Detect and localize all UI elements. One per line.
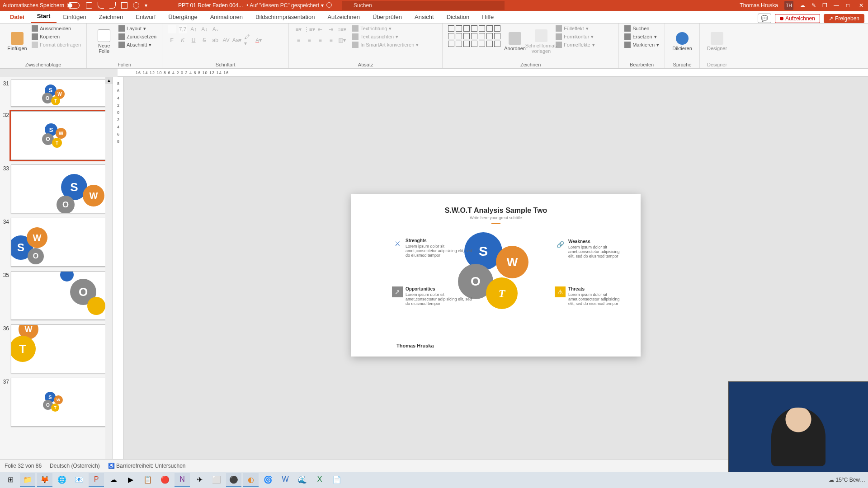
- strike-button[interactable]: S̶: [200, 36, 208, 44]
- slide-thumbnail[interactable]: 36 W T: [1, 324, 110, 373]
- strengths-text[interactable]: ⚔StrenghtsLorem ipsum dolor sit amet,con…: [406, 238, 473, 258]
- arrange-button[interactable]: Anordnen: [503, 25, 527, 58]
- tab-praesentation[interactable]: Bildschirmpräsentation: [249, 11, 321, 23]
- tab-dictation[interactable]: Dictation: [440, 11, 476, 23]
- tab-uebergaenge[interactable]: Übergänge: [162, 11, 203, 23]
- section-button[interactable]: Abschnitt ▾: [118, 42, 156, 48]
- threats-text[interactable]: ⚠ThreatsLorem ipsum dolor sit amet,conse…: [568, 286, 627, 306]
- new-slide-button[interactable]: Neue Folie: [92, 25, 116, 58]
- highlight-button[interactable]: 🖍▾: [244, 36, 252, 44]
- reset-button[interactable]: Zurücksetzen: [118, 33, 156, 40]
- accessibility-status[interactable]: ♿ Barrierefreiheit: Untersuchen: [108, 463, 186, 469]
- taskbar-app2[interactable]: 📋: [140, 473, 156, 487]
- autosave-toggle[interactable]: [67, 2, 80, 9]
- slide-author[interactable]: Thomas Hruska: [396, 343, 434, 348]
- shapes-gallery[interactable]: [448, 25, 500, 47]
- paste-button[interactable]: Einfügen: [5, 25, 29, 58]
- spacing-button[interactable]: AV: [222, 36, 230, 44]
- taskbar-outlook[interactable]: 📧: [71, 473, 87, 487]
- scroll-up-icon[interactable]: ▲: [105, 77, 113, 84]
- clear-format-button[interactable]: Aₓ: [211, 25, 219, 33]
- tab-ueberpruefen[interactable]: Überprüfen: [366, 11, 408, 23]
- tab-zeichnen[interactable]: Zeichnen: [93, 11, 129, 23]
- taskbar-app3[interactable]: 🔴: [157, 473, 173, 487]
- share-button[interactable]: ↗Freigeben: [824, 14, 864, 23]
- grow-font-button[interactable]: A↑: [189, 25, 198, 33]
- comments-icon[interactable]: 💬: [758, 14, 771, 23]
- quickstyles-button[interactable]: Schnellformat-vorlagen: [529, 25, 553, 58]
- present-icon[interactable]: [121, 2, 127, 9]
- slide-thumbnails-panel[interactable]: 31 S W O T 32 S W O T 33 S W O: [0, 77, 113, 474]
- font-size-select[interactable]: 7,7: [179, 25, 187, 33]
- align-text-button[interactable]: Text ausrichten ▾: [352, 33, 419, 40]
- window-mode-icon[interactable]: ❐: [822, 2, 827, 9]
- tab-datei[interactable]: Datei: [4, 11, 31, 23]
- numbering-button[interactable]: ⋮≡▾: [305, 25, 313, 33]
- taskbar-explorer[interactable]: 📁: [20, 473, 35, 487]
- bullets-button[interactable]: ≡▾: [294, 25, 302, 33]
- slide-thumbnail[interactable]: 33 S W O: [1, 164, 110, 213]
- shape-fill-button[interactable]: Fülleffekt ▾: [556, 25, 595, 32]
- slide-thumbnail[interactable]: 31 S W O T: [1, 80, 110, 107]
- shadow-button[interactable]: ab: [211, 36, 219, 44]
- taskbar-excel[interactable]: X: [312, 473, 327, 487]
- case-button[interactable]: Aa▾: [233, 36, 241, 44]
- italic-button[interactable]: K: [179, 36, 187, 44]
- indent-button[interactable]: ⇥: [327, 25, 335, 33]
- minimize-icon[interactable]: —: [834, 2, 840, 9]
- taskbar-app7[interactable]: 📄: [329, 473, 344, 487]
- save-icon[interactable]: [86, 2, 92, 9]
- slide-thumbnail[interactable]: 35 O: [1, 271, 110, 320]
- shape-effects-button[interactable]: Formeffekte ▾: [556, 42, 595, 48]
- undo-icon[interactable]: [98, 2, 104, 9]
- taskbar-firefox[interactable]: 🦊: [37, 473, 52, 487]
- opportunities-text[interactable]: ↗OpportunitiesLorem ipsum dolor sit amet…: [406, 286, 473, 306]
- tab-einfuegen[interactable]: Einfügen: [57, 11, 92, 23]
- taskbar-word[interactable]: W: [278, 473, 293, 487]
- thumbnail-scrollbar[interactable]: ▲ ▼: [105, 77, 113, 474]
- redo-icon[interactable]: [109, 2, 116, 9]
- taskbar-app6[interactable]: 🌀: [260, 473, 276, 487]
- font-color-button[interactable]: A▾: [255, 36, 263, 44]
- taskbar-telegram[interactable]: ✈: [192, 473, 207, 487]
- format-painter-button[interactable]: Format übertragen: [32, 42, 81, 48]
- touch-icon[interactable]: [133, 2, 139, 9]
- align-center-button[interactable]: ≡: [305, 36, 313, 44]
- taskbar-vlc[interactable]: ▶: [123, 473, 138, 487]
- draw-icon[interactable]: ✎: [811, 2, 816, 9]
- maximize-icon[interactable]: □: [846, 2, 853, 9]
- weather-widget[interactable]: ☁ 15°C Bew…: [829, 477, 865, 483]
- tab-hilfe[interactable]: Hilfe: [476, 11, 500, 23]
- slide-counter[interactable]: Folie 32 von 86: [5, 463, 42, 469]
- cloud-icon[interactable]: ☁: [800, 2, 805, 9]
- layout-button[interactable]: Layout ▾: [118, 25, 156, 32]
- tab-ansicht[interactable]: Ansicht: [408, 11, 440, 23]
- font-family-select[interactable]: [168, 25, 176, 33]
- select-button[interactable]: Markieren ▾: [624, 42, 659, 48]
- search-input[interactable]: [342, 1, 505, 10]
- copy-button[interactable]: Kopieren: [32, 33, 81, 40]
- shape-outline-button[interactable]: Formkontur ▾: [556, 33, 595, 40]
- tab-entwurf[interactable]: Entwurf: [129, 11, 162, 23]
- justify-button[interactable]: ≡: [327, 36, 335, 44]
- slide-title[interactable]: S.W.O.T Analysis Sample Two: [351, 194, 641, 215]
- close-icon[interactable]: ✕: [859, 2, 865, 9]
- record-button[interactable]: Aufzeichnen: [775, 14, 820, 23]
- start-button[interactable]: ⊞: [3, 473, 18, 487]
- outdent-button[interactable]: ⇤: [316, 25, 324, 33]
- horizontal-ruler[interactable]: 16 14 12 10 8 6 4 2 0 2 4 6 8 10 12 14 1…: [118, 69, 868, 77]
- taskbar-powerpoint[interactable]: P: [89, 473, 104, 487]
- vertical-ruler[interactable]: 864202468: [113, 77, 124, 474]
- user-avatar[interactable]: TH: [784, 1, 793, 10]
- replace-button[interactable]: Ersetzen ▾: [624, 33, 659, 40]
- weakness-text[interactable]: 🔗WeaknessLorem ipsum dolor sit amet,cons…: [568, 239, 627, 258]
- align-left-button[interactable]: ≡: [294, 36, 302, 44]
- taskbar-obs[interactable]: ⚫: [226, 473, 241, 487]
- align-right-button[interactable]: ≡: [316, 36, 324, 44]
- slide-thumbnail[interactable]: 32 S W O T: [1, 111, 110, 160]
- qat-more-icon[interactable]: ▾: [145, 2, 151, 9]
- tab-animationen[interactable]: Animationen: [204, 11, 249, 23]
- taskbar-edge[interactable]: 🌊: [295, 473, 310, 487]
- shrink-font-button[interactable]: A↓: [200, 25, 208, 33]
- designer-button[interactable]: Designer: [705, 25, 729, 58]
